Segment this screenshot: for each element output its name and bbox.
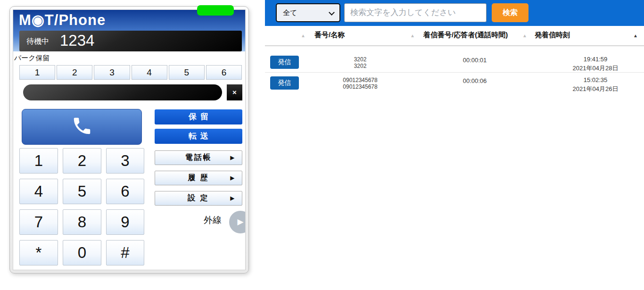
settings-button[interactable]: 設 定 ▶ [155, 191, 242, 206]
dial-key-star[interactable]: * [19, 240, 58, 265]
park-button-2[interactable]: 2 [57, 65, 92, 80]
date-cell: 2021年04月26日 [548, 85, 643, 93]
outside-line-label: 外線 [204, 214, 222, 226]
dial-key-hash[interactable]: # [106, 240, 144, 265]
filter-select[interactable]: 全て [276, 3, 340, 22]
number-name-cell: 09012345678 09012345678 [313, 77, 407, 90]
number-name-cell: 3202 3202 [313, 56, 407, 69]
park-button-4[interactable]: 4 [132, 65, 167, 80]
dial-key-9[interactable]: 9 [106, 209, 144, 235]
history-label: 履 歴 [188, 173, 209, 183]
dial-key-2[interactable]: 2 [63, 148, 101, 174]
dialpad: 1 2 3 4 5 6 7 8 9 * 0 # [19, 148, 145, 265]
close-icon: × [232, 88, 237, 96]
dial-key-3[interactable]: 3 [106, 148, 144, 174]
column-header-callee-duration[interactable]: 着信番号/応答者(通話時間) [423, 31, 508, 40]
dial-number-display [23, 84, 222, 100]
dial-key-7[interactable]: 7 [19, 209, 58, 235]
time-cell: 19:41:59 [548, 56, 643, 63]
date-cell: 2021年04月28日 [548, 64, 643, 73]
transfer-button[interactable]: 転送 [155, 129, 242, 144]
search-toolbar: 全て 検索 [265, 0, 644, 26]
table-row: 発信 3202 3202 00:00:01 19:41:59 2021年04月2… [265, 52, 644, 72]
outside-line-button[interactable]: ▶ [229, 211, 246, 233]
sort-icon[interactable]: ▲ [522, 33, 527, 38]
arrow-right-icon: ▶ [231, 155, 234, 161]
chevron-down-icon [329, 9, 335, 16]
duration-cell: 00:00:01 [428, 57, 522, 64]
dial-key-4[interactable]: 4 [19, 179, 58, 204]
table-row: 発信 09012345678 09012345678 00:00:06 15:0… [265, 72, 644, 92]
park-button-3[interactable]: 3 [94, 65, 130, 80]
play-arrow-icon: ▶ [237, 217, 243, 226]
dial-key-8[interactable]: 8 [63, 209, 101, 235]
status-indicator-green [197, 5, 234, 16]
park-hold-label: パーク保留 [14, 54, 50, 63]
phone-icon [71, 115, 93, 139]
status-display: 待機中 1234 [19, 31, 242, 51]
sort-icon[interactable]: ▲ [410, 33, 415, 38]
table-header-divider [265, 45, 644, 46]
softphone-header: M◉T/Phone 待機中 1234 [13, 10, 245, 51]
arrow-right-icon: ▶ [231, 195, 234, 201]
number-line1: 3202 [313, 56, 407, 63]
phonebook-label: 電話帳 [185, 153, 212, 163]
dial-key-0[interactable]: 0 [63, 240, 101, 265]
history-button[interactable]: 履 歴 ▶ [155, 171, 242, 185]
column-header-number-name[interactable]: 番号/名称 [314, 31, 345, 40]
duration-cell: 00:00:06 [428, 77, 522, 84]
softphone-body: M◉T/Phone 待機中 1234 パーク保留 1 2 3 4 5 6 × 保… [13, 9, 246, 270]
park-hold-row: 1 2 3 4 5 6 [19, 65, 242, 80]
hold-button[interactable]: 保留 [155, 109, 242, 124]
sort-icon[interactable]: ▲ [301, 33, 305, 38]
settings-label: 設 定 [188, 193, 209, 203]
dial-out-button[interactable]: 発信 [270, 56, 299, 69]
motphone-logo: M◉T/Phone [19, 11, 106, 29]
number-line2: 3202 [313, 63, 407, 69]
dial-key-6[interactable]: 6 [106, 179, 144, 204]
phonebook-button[interactable]: 電話帳 ▶ [155, 150, 242, 165]
extension-number: 1234 [60, 32, 94, 50]
sort-icon-active[interactable]: ▲ [633, 33, 638, 38]
dial-key-5[interactable]: 5 [63, 179, 101, 204]
arrow-right-icon: ▶ [231, 175, 234, 181]
status-label: 待機中 [26, 37, 49, 47]
park-button-1[interactable]: 1 [19, 65, 55, 80]
search-input[interactable] [344, 3, 487, 22]
call-history-panel: 全て 検索 ▲ 番号/名称 ▲ 着信番号/応答者(通話時間) ▲ 発着信時刻 ▲… [265, 0, 644, 290]
search-button[interactable]: 検索 [492, 3, 528, 22]
column-header-datetime[interactable]: 発着信時刻 [535, 31, 570, 40]
softphone-window: M◉T/Phone 待機中 1234 パーク保留 1 2 3 4 5 6 × 保… [9, 6, 249, 273]
time-cell: 15:02:35 [548, 76, 643, 83]
dial-out-button[interactable]: 発信 [270, 76, 299, 90]
clear-button[interactable]: × [227, 84, 242, 100]
number-line1: 09012345678 [313, 77, 407, 83]
number-line2: 09012345678 [313, 83, 407, 90]
park-button-6[interactable]: 6 [206, 65, 242, 80]
call-button[interactable] [22, 109, 142, 145]
dial-key-1[interactable]: 1 [19, 148, 58, 174]
park-button-5[interactable]: 5 [169, 65, 205, 80]
filter-select-value: 全て [283, 8, 297, 17]
